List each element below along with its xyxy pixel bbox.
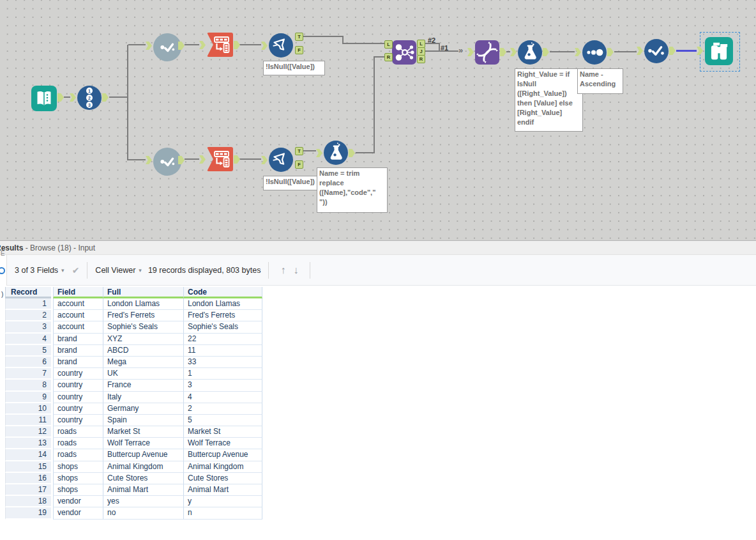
fields-dropdown[interactable]: 3 of 3 Fields ▾ bbox=[15, 266, 64, 275]
scroll-down-arrow[interactable]: ↓ bbox=[293, 265, 298, 276]
connection-wire[interactable] bbox=[356, 152, 375, 153]
output-anchor[interactable] bbox=[178, 156, 185, 164]
tool-filter-top[interactable] bbox=[269, 33, 293, 58]
table-row[interactable]: 6brandMega33 bbox=[5, 357, 262, 368]
tool-transpose-top[interactable] bbox=[207, 33, 233, 57]
tool-sort[interactable] bbox=[582, 40, 607, 65]
table-row[interactable]: 5brandABCD11 bbox=[5, 345, 262, 357]
output-anchor[interactable] bbox=[234, 41, 240, 49]
connection-wire[interactable] bbox=[239, 44, 261, 45]
connection-wire[interactable] bbox=[424, 50, 439, 52]
tool-data-cleansing-top[interactable] bbox=[153, 33, 181, 61]
output-anchor[interactable] bbox=[234, 155, 240, 164]
table-row[interactable]: 1accountLondon LlamasLondon Llamas bbox=[5, 298, 262, 310]
connection-wire[interactable] bbox=[374, 56, 375, 153]
input-anchor[interactable] bbox=[199, 41, 206, 49]
false-output-anchor[interactable]: F bbox=[295, 160, 303, 169]
connection-wire[interactable] bbox=[127, 45, 128, 160]
output-anchor[interactable] bbox=[500, 48, 506, 56]
annotation-filter-top[interactable]: !IsNull([Value]) bbox=[263, 61, 325, 75]
connection-wire[interactable] bbox=[239, 158, 261, 160]
table-row[interactable]: 7countryUK1 bbox=[5, 368, 262, 380]
tool-union[interactable] bbox=[475, 40, 499, 65]
connection-wire[interactable] bbox=[128, 159, 146, 160]
tool-formula-right[interactable] bbox=[518, 40, 542, 65]
connection-wire[interactable] bbox=[375, 56, 384, 58]
output-anchor[interactable] bbox=[607, 48, 614, 56]
table-row[interactable]: 10countryGermany2 bbox=[5, 403, 262, 415]
column-header-code[interactable]: Code bbox=[184, 287, 262, 298]
table-row[interactable]: 15shopsAnimal KingdomAnimal Kingdom bbox=[5, 461, 262, 473]
connection-wire[interactable] bbox=[185, 158, 199, 160]
input-anchor[interactable] bbox=[510, 48, 517, 56]
annotation-formula-right[interactable]: Right_Value = if IsNull ([Right_Value]) … bbox=[515, 68, 583, 132]
true-output-anchor[interactable]: T bbox=[295, 147, 303, 155]
table-row[interactable]: 3accountSophie's SealsSophie's Seals bbox=[5, 321, 262, 333]
true-output-anchor[interactable]: T bbox=[295, 33, 303, 41]
table-row[interactable]: 8countryFrance3 bbox=[5, 380, 262, 391]
table-row[interactable]: 16shopsCute StoresCute Stores bbox=[5, 473, 262, 484]
connection-wire[interactable] bbox=[128, 44, 146, 45]
cell-viewer-dropdown[interactable]: Cell Viewer ▾ bbox=[95, 266, 142, 275]
output-anchor[interactable] bbox=[102, 93, 109, 102]
connection-wire[interactable] bbox=[185, 44, 199, 45]
column-header-record[interactable]: Record bbox=[5, 287, 51, 298]
rightjoin-output-anchor[interactable]: R bbox=[417, 55, 425, 63]
input-anchor[interactable] bbox=[199, 155, 206, 164]
transpose-icon bbox=[207, 33, 233, 57]
input-anchor[interactable] bbox=[316, 149, 322, 157]
annotation-filter-bottom[interactable]: !IsNull([Value]) bbox=[263, 176, 325, 190]
input-anchor[interactable] bbox=[70, 93, 76, 102]
table-row[interactable]: 13roadsWolf TerraceWolf Terrace bbox=[5, 438, 262, 449]
tool-filter-bottom[interactable] bbox=[269, 148, 293, 172]
false-output-anchor[interactable]: F bbox=[295, 46, 303, 54]
tool-formula-bottom[interactable] bbox=[324, 141, 348, 165]
column-header-field[interactable]: Field bbox=[53, 287, 103, 298]
annotation-formula-bottom[interactable]: Name = trim replace ([Name],"code"," ")) bbox=[317, 167, 388, 213]
table-row[interactable]: 14roadsButtercup AvenueButtercup Avenue bbox=[5, 449, 262, 461]
connection-wire[interactable] bbox=[302, 36, 344, 37]
table-row[interactable]: 18vendoryesy bbox=[5, 496, 262, 507]
left-input-anchor[interactable]: L bbox=[384, 40, 393, 49]
apply-check-icon[interactable]: ✔ bbox=[72, 265, 80, 275]
tool-transpose-bottom[interactable] bbox=[207, 147, 233, 171]
workflow-canvas[interactable]: #2 #1 » 1 2 3 bbox=[0, 0, 756, 240]
connection-wire[interactable] bbox=[506, 51, 510, 52]
annotation-sort[interactable]: Name - Ascending bbox=[577, 68, 623, 94]
tool-browse[interactable] bbox=[705, 37, 733, 65]
input-anchor[interactable] bbox=[467, 48, 474, 56]
table-row[interactable]: 17shopsAnimal MartAnimal Mart bbox=[5, 484, 262, 496]
connection-wire[interactable] bbox=[342, 43, 384, 44]
tool-unique[interactable] bbox=[644, 39, 669, 63]
scroll-up-arrow[interactable]: ↑ bbox=[280, 265, 285, 276]
tool-data-cleansing-bottom[interactable] bbox=[153, 148, 181, 176]
tool-record-id[interactable]: 1 2 3 bbox=[77, 86, 102, 110]
input-anchor[interactable] bbox=[261, 156, 268, 164]
input-anchor[interactable] bbox=[261, 42, 268, 50]
table-row[interactable]: 4brandXYZ22 bbox=[5, 334, 262, 345]
tool-input-data[interactable] bbox=[31, 86, 57, 111]
input-anchor[interactable] bbox=[637, 47, 643, 55]
tool-join[interactable] bbox=[392, 40, 416, 65]
connection-wire[interactable] bbox=[302, 150, 316, 151]
right-input-anchor[interactable]: R bbox=[384, 53, 393, 61]
output-anchor[interactable] bbox=[57, 93, 64, 102]
connection-wire[interactable] bbox=[550, 51, 575, 52]
connection-wire[interactable] bbox=[109, 96, 128, 98]
input-anchor[interactable] bbox=[575, 48, 581, 56]
table-row[interactable]: 12roadsMarket StMarket St bbox=[5, 426, 262, 438]
connection-wire[interactable] bbox=[64, 96, 70, 98]
column-header-full[interactable]: Full bbox=[103, 287, 184, 298]
table-row[interactable]: 11countrySpain5 bbox=[5, 415, 262, 426]
table-row[interactable]: 9countryItaly4 bbox=[5, 392, 262, 403]
output-anchor[interactable] bbox=[669, 47, 676, 55]
input-anchor[interactable] bbox=[146, 42, 152, 50]
output-anchor[interactable] bbox=[543, 48, 549, 56]
table-row[interactable]: 19vendornon bbox=[5, 507, 262, 519]
connection-wire-selected[interactable] bbox=[676, 50, 697, 52]
output-anchor[interactable] bbox=[349, 149, 355, 157]
table-row[interactable]: 2accountFred's FerretsFred's Ferrets bbox=[5, 310, 262, 321]
input-anchor[interactable] bbox=[146, 156, 152, 164]
connection-wire[interactable] bbox=[614, 51, 637, 52]
output-anchor[interactable] bbox=[178, 42, 185, 50]
